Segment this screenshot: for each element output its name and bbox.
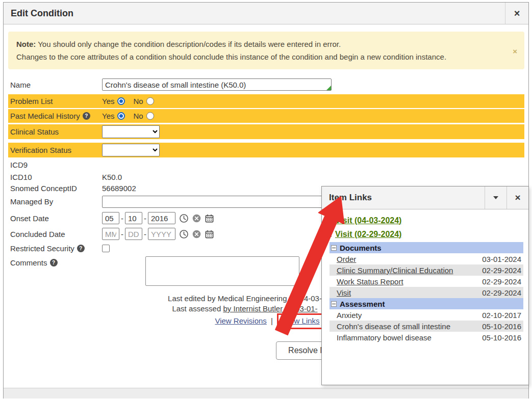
last-assessed-link[interactable]: by Internist Butler on 03-01- [223,304,317,313]
pmh-label: Past Medical History [10,112,80,120]
no-label: No [133,97,143,105]
item-name[interactable]: Clinic Summary/Clinical Education [337,266,453,275]
comments-label: Comments [10,258,47,267]
note-banner: Note: You should only change the conditi… [8,32,524,69]
problem-list-yes-radio[interactable] [117,97,125,105]
onset-year-input[interactable] [148,212,175,224]
help-icon[interactable]: ? [77,245,85,252]
view-links-highlight-box: View Links [277,313,325,329]
item-date: 05-10-2016 [482,322,521,331]
section-title: Documents [340,244,382,252]
problem-list-row: Problem List Yes No [8,94,524,108]
item-links-popup: Item Links × Visit (04-03-2024)Visit (02… [321,186,529,385]
clear-date-icon[interactable] [192,214,201,223]
name-input[interactable] [102,78,332,91]
note-line1: You should only change the condition des… [36,40,341,48]
note-text: Note: You should only change the conditi… [16,38,502,63]
collapse-icon[interactable] [331,301,337,307]
visit-link[interactable]: Visit (04-03-2024) [335,216,401,225]
view-links-link[interactable]: View Links [283,316,319,325]
comments-textarea[interactable] [145,256,299,286]
item-link-row: Inflammatory bowel disease05-10-2016 [330,332,523,343]
item-date: 02-29-2024 [482,266,521,275]
snomed-label: Snomed ConceptID [10,184,77,193]
dialog-header: Edit Condition × [4,3,528,24]
icd10-value: K50.0 [102,173,122,181]
collapse-icon[interactable] [331,245,337,251]
expand-handle-icon[interactable] [326,86,331,90]
icd10-row: ICD10 K50.0 [8,171,524,182]
problem-list-label: Problem List [10,97,53,105]
dialog-close-button[interactable]: × [505,3,528,24]
item-link-row: Order03-01-2024 [330,253,523,264]
yes-label: Yes [102,112,114,120]
onset-date-label: Onset Date [10,214,49,223]
item-links-header: Item Links × [322,187,528,209]
clinical-status-row: Clinical Status [8,124,524,139]
managed-by-input[interactable] [102,196,332,208]
dialog-footer-bar [4,388,528,398]
item-name[interactable]: Order [337,255,356,263]
visit-link[interactable]: Visit (02-29-2024) [335,230,401,239]
collapse-icon[interactable] [326,218,332,223]
past-medical-history-row: Past Medical History ? Yes No [8,109,524,123]
no-label: No [133,112,143,120]
item-links-close-button[interactable]: × [506,187,528,209]
item-date: 02-29-2024 [482,288,521,297]
problem-list-no-radio[interactable] [146,97,154,105]
close-icon: × [514,8,520,19]
help-icon[interactable]: ? [50,259,58,267]
item-date: 03-01-2024 [482,255,521,263]
yes-label: Yes [102,97,114,105]
item-date: 02-10-2017 [482,311,521,320]
banner-close-icon[interactable]: × [513,45,517,58]
calendar-icon[interactable] [205,214,214,223]
concluded-day-input[interactable] [125,228,142,240]
date-separator: - [144,230,146,238]
close-icon: × [515,192,520,203]
item-links-menu-button[interactable] [485,187,506,209]
onset-month-input[interactable] [102,212,119,224]
verification-status-row: Verification Status [8,143,524,157]
note-label: Note: [16,40,36,48]
section-header: Documents [330,242,523,253]
icd10-label: ICD10 [10,173,32,181]
item-link-row: Crohn's disease of small intestine05-10-… [330,321,523,332]
item-links-title: Item Links [322,187,485,209]
name-label: Name [10,81,31,89]
collapse-icon[interactable] [326,231,332,237]
item-link-row: Visit02-29-2024 [330,287,523,298]
item-name[interactable]: Visit [337,288,351,297]
concluded-month-input[interactable] [102,228,119,240]
clear-date-icon[interactable] [192,230,201,238]
pmh-no-radio[interactable] [146,112,154,120]
item-links-sections: DocumentsOrder03-01-2024Clinic Summary/C… [330,242,523,343]
name-input-wrap [102,78,332,91]
chevron-down-icon [493,196,498,199]
item-date: 05-10-2016 [482,333,521,342]
section-title: Assessment [340,300,385,308]
item-name: Anxiety [337,311,362,320]
pmh-yes-radio[interactable] [117,112,125,120]
item-name[interactable]: Work Status Report [337,277,403,286]
help-icon[interactable]: ? [83,112,90,120]
item-date: 02-29-2024 [482,277,521,286]
managed-by-label: Managed By [10,197,53,206]
visit-link-row: Visit (04-03-2024) [325,214,523,227]
restricted-security-checkbox[interactable] [102,245,110,252]
item-links-body: Visit (04-03-2024)Visit (02-29-2024)Docu… [322,209,528,343]
verification-status-select[interactable] [102,144,160,156]
calendar-icon[interactable] [205,229,214,239]
last-assessed-prefix: Last assessed [172,304,223,313]
icd9-row: ICD9 [8,159,524,170]
date-separator: - [121,214,123,223]
concluded-year-input[interactable] [148,228,175,240]
clinical-status-select[interactable] [102,125,160,138]
section-header: Assessment [330,298,523,309]
view-revisions-link[interactable]: View Revisions [215,316,266,325]
item-link-row: Anxiety02-10-2017 [330,309,523,321]
clock-icon[interactable] [179,214,189,223]
onset-day-input[interactable] [125,212,142,224]
clock-icon[interactable] [179,229,189,239]
clinical-status-label: Clinical Status [10,127,59,136]
